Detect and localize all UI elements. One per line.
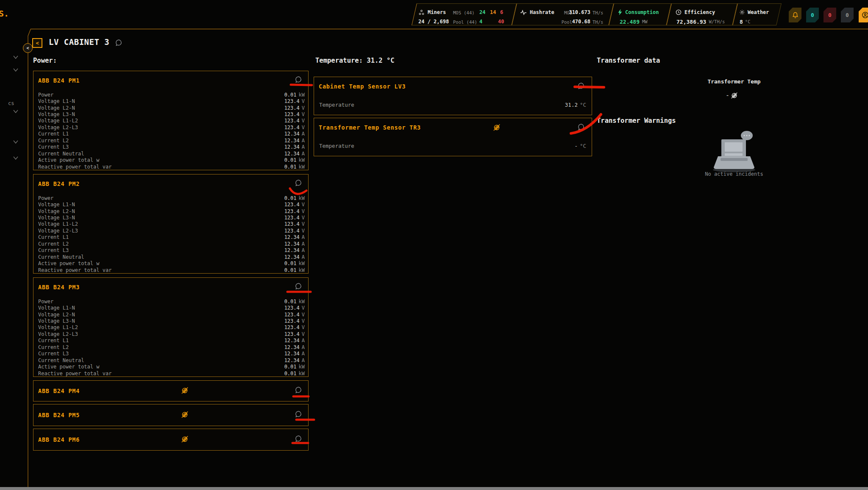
meter-row-unit: A [302, 234, 305, 240]
meter-row: Current L212.34A [38, 137, 305, 144]
meter-row: Power0.01kW [38, 91, 305, 98]
power-meter-card-pm4: ABB B24 PM4 [33, 380, 309, 401]
sensor-offline-icon [181, 435, 189, 443]
meter-row-label: Current L2 [38, 241, 69, 247]
meter-row-label: Active power total w [38, 364, 100, 370]
comment-bubble-icon[interactable] [295, 179, 302, 187]
meter-row-label: Reactive power total var [38, 164, 111, 170]
meter-row-label: Voltage L2-L3 [38, 331, 78, 337]
meter-row-value: 12.34 [284, 357, 300, 363]
meter-row-value: 123.4 [284, 105, 300, 111]
sensor-row-label: Temperature [319, 102, 354, 108]
meter-row: Voltage L1-L2123.4V [38, 324, 305, 331]
meter-row-label: Voltage L1-L2 [38, 118, 78, 124]
meter-row-value: 0.01 [284, 267, 297, 273]
meter-row-label: Power [38, 92, 53, 98]
meter-row-value: 123.4 [284, 312, 300, 318]
meter-row-label: Current L2 [38, 138, 69, 144]
meter-rows: Power0.01kWVoltage L1-N123.4VVoltage L2-… [38, 91, 305, 170]
meter-row-unit: A [302, 351, 305, 357]
meter-row-unit: kW [299, 299, 305, 305]
empty-inbox-illustration [709, 128, 760, 172]
page-title: LV CABINET 3 [49, 37, 109, 47]
meter-row-label: Voltage L2-L3 [38, 228, 78, 234]
meter-row: Voltage L2-N123.4V [38, 208, 305, 214]
transformer-temp-label: Transformer Temp [700, 78, 768, 85]
transformer-temp-value: - [726, 91, 729, 99]
card-title: Cabinet Temp Sensor LV3 [319, 83, 406, 90]
meter-row: Voltage L1-L2123.4V [38, 221, 305, 227]
comment-bubble-icon[interactable] [577, 82, 585, 90]
meter-row-value: 0.01 [284, 364, 297, 370]
card-title: ABB B24 PM1 [38, 77, 80, 84]
meter-row: Voltage L1-N123.4V [38, 98, 305, 104]
meter-row-label: Active power total w [38, 157, 100, 163]
meter-row-value: 0.01 [284, 157, 297, 163]
comment-bubble-icon[interactable] [295, 410, 302, 418]
panel-collapse-button[interactable]: < [23, 43, 33, 53]
meter-row-value: 0.01 [284, 164, 297, 170]
meter-row: Active power total w0.01kW [38, 363, 305, 370]
meter-row: Current L212.34A [38, 344, 305, 350]
page-comment-icon[interactable] [115, 39, 122, 47]
meter-row: Voltage L2-L3123.4V [38, 331, 305, 337]
meter-row-unit: A [302, 131, 305, 137]
meter-row-unit: A [302, 338, 305, 343]
back-chevron: < [36, 40, 39, 46]
card-title: ABB B24 PM3 [38, 284, 80, 291]
meter-row-value: 123.4 [284, 215, 300, 221]
meter-row: Reactive power total var0.01kW [38, 267, 305, 273]
meter-row-label: Voltage L3-N [38, 318, 75, 324]
comment-bubble-icon[interactable] [295, 386, 302, 394]
meter-row-unit: kW [299, 157, 305, 163]
meter-row-unit: A [302, 144, 305, 150]
meter-rows: Power0.01kWVoltage L1-N123.4VVoltage L2-… [38, 195, 305, 273]
meter-row: Current L212.34A [38, 241, 305, 247]
comment-bubble-icon[interactable] [295, 435, 302, 443]
sensor-unit: °C [580, 143, 586, 149]
meter-row: Current L112.34A [38, 338, 305, 344]
meter-row-value: 12.34 [284, 138, 300, 144]
meter-row: Current L112.34A [38, 131, 305, 137]
meter-row-unit: kW [299, 92, 305, 98]
meter-row-unit: V [302, 125, 305, 130]
meter-row: Current L312.34A [38, 247, 305, 254]
meter-row-value: 0.01 [284, 299, 297, 305]
meter-row-value: 123.4 [284, 221, 300, 227]
temp-sensor-card-tr3: Transformer Temp Sensor TR3 Temperature … [314, 118, 592, 156]
meter-row-value: 12.34 [284, 344, 300, 350]
meter-row-unit: A [302, 241, 305, 247]
meter-row-unit: kW [299, 267, 305, 273]
comment-bubble-icon[interactable] [295, 76, 302, 83]
meter-row-value: 123.4 [284, 111, 300, 117]
comment-bubble-icon[interactable] [577, 123, 585, 131]
meter-row-unit: V [302, 228, 305, 234]
meter-row-value: 123.4 [284, 125, 300, 130]
meter-row-value: 123.4 [284, 202, 300, 208]
meter-row-value: 12.34 [284, 254, 300, 260]
meter-row-label: Voltage L1-N [38, 305, 75, 311]
meter-row-unit: V [302, 215, 305, 221]
meter-row-label: Reactive power total var [38, 267, 111, 273]
meter-row-value: 123.4 [284, 98, 300, 104]
meter-row-unit: V [302, 331, 305, 337]
meter-row-unit: V [302, 305, 305, 311]
comment-bubble-icon[interactable] [295, 282, 302, 290]
meter-row-value: 12.34 [284, 131, 300, 137]
meter-row: Power0.01kW [38, 195, 305, 201]
meter-row-value: 12.34 [284, 247, 300, 253]
meter-rows: Power0.01kWVoltage L1-N123.4VVoltage L2-… [38, 298, 305, 376]
meter-row: Voltage L2-N123.4V [38, 105, 305, 111]
meter-row: Current L312.34A [38, 144, 305, 150]
sensor-value: 31.2 [565, 102, 578, 108]
meter-row-label: Current L1 [38, 338, 69, 343]
meter-row-label: Current L3 [38, 247, 69, 253]
meter-row: Voltage L2-L3123.4V [38, 124, 305, 130]
meter-row-unit: V [302, 318, 305, 324]
sensor-value: - [574, 143, 578, 149]
app-window: S. cs Miners MOS (44) 24 14 6 24 / 2,698… [0, 0, 868, 490]
meter-row-value: 123.4 [284, 228, 300, 234]
meter-row-value: 0.01 [284, 260, 297, 266]
back-button[interactable]: < [32, 38, 42, 48]
meter-row: Current L112.34A [38, 234, 305, 241]
